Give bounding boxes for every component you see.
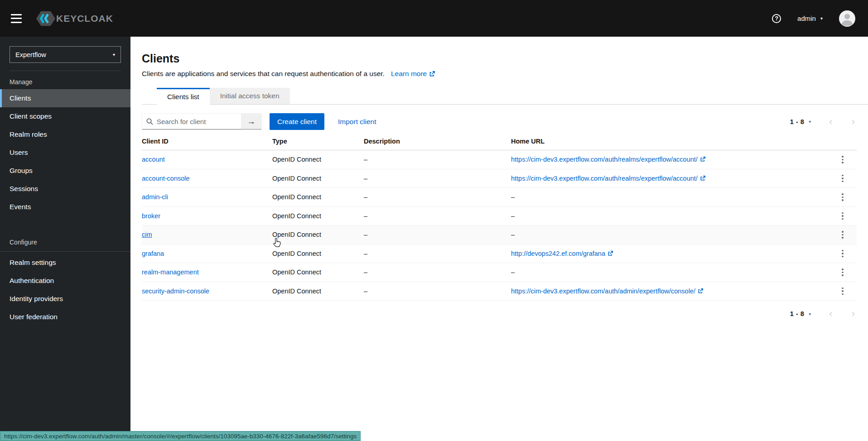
configure-section: Configure Realm settings Authentication … <box>0 231 130 326</box>
search-icon <box>146 118 153 125</box>
tab-initial-access-token[interactable]: Initial access token <box>210 88 290 105</box>
toolbar: → Create client Import client 1 - 8 ▾ ‹ … <box>130 105 868 130</box>
user-dropdown[interactable]: admin ▾ <box>797 14 823 22</box>
client-link[interactable]: realm-management <box>142 268 199 276</box>
next-page-button[interactable]: › <box>850 117 857 127</box>
person-icon <box>839 10 855 27</box>
username: admin <box>797 14 816 22</box>
kebab-menu-icon[interactable] <box>834 230 851 240</box>
kebab-menu-icon[interactable] <box>834 268 851 277</box>
help-icon[interactable]: ? <box>772 14 781 23</box>
kebab-menu-icon[interactable] <box>834 287 851 296</box>
client-type: OpenID Connect <box>272 206 364 225</box>
col-header-actions <box>834 133 857 150</box>
home-url-text: https://cim-dev3.expertflow.com/auth/rea… <box>511 156 698 163</box>
sidebar-item-users[interactable]: Users <box>0 144 130 162</box>
tab-spacer <box>142 88 157 105</box>
tab-bar: Clients list Initial access token <box>130 88 868 105</box>
client-description: – <box>364 244 511 263</box>
table-row: admin-cli OpenID Connect – – <box>142 188 857 207</box>
pagination-range[interactable]: 1 - 8 <box>790 118 805 125</box>
previous-page-button[interactable]: ‹ <box>827 117 834 127</box>
sidebar-item-events[interactable]: Events <box>0 198 130 216</box>
masthead: KEYCLOAK ? admin ▾ <box>0 0 868 37</box>
keycloak-hexagon-icon <box>36 11 55 26</box>
clients-table: Client ID Type Description Home URL acco… <box>142 133 857 301</box>
client-description: – <box>364 188 511 207</box>
client-link[interactable]: grafana <box>142 250 164 257</box>
col-header-type: Type <box>272 133 364 150</box>
next-page-button[interactable]: › <box>850 309 857 319</box>
search-input[interactable] <box>142 114 241 129</box>
pagination-bottom: 1 - 8 ▾ ‹ › <box>790 309 857 319</box>
page-description: Clients are applications and services th… <box>142 70 385 78</box>
page-title: Clients <box>142 52 857 65</box>
client-link-cim[interactable]: cim <box>142 231 152 238</box>
table-row: account-console OpenID Connect – https:/… <box>142 169 857 188</box>
search-group: → <box>142 113 262 130</box>
external-link-icon <box>700 176 705 181</box>
chevron-down-icon[interactable]: ▾ <box>809 119 811 124</box>
client-link[interactable]: security-admin-console <box>142 288 209 295</box>
client-description: – <box>364 150 511 169</box>
sidebar-item-client-scopes[interactable]: Client scopes <box>0 107 130 125</box>
configure-section-label: Configure <box>0 231 130 252</box>
table-row-hovered: cim OpenID Connect – – <box>142 225 857 244</box>
home-url-text: http://devops242.ef.com/grafana <box>511 250 605 257</box>
nav-toggle-hamburger-icon[interactable] <box>11 14 22 23</box>
external-link-icon <box>429 71 435 77</box>
tab-clients-list[interactable]: Clients list <box>157 88 210 105</box>
col-header-home-url: Home URL <box>511 133 834 150</box>
table-row: account OpenID Connect – https://cim-dev… <box>142 150 857 169</box>
home-url-link[interactable]: http://devops242.ef.com/grafana <box>511 250 613 257</box>
kebab-menu-icon[interactable] <box>834 211 851 221</box>
client-description: – <box>364 263 511 282</box>
chevron-down-icon[interactable]: ▾ <box>809 312 811 316</box>
previous-page-button[interactable]: ‹ <box>827 309 834 319</box>
client-type: OpenID Connect <box>272 150 364 169</box>
home-url-empty: – <box>511 188 834 207</box>
pagination-range[interactable]: 1 - 8 <box>790 310 805 317</box>
kebab-menu-icon[interactable] <box>834 174 851 183</box>
client-link[interactable]: broker <box>142 212 160 220</box>
sidebar-item-clients[interactable]: Clients <box>0 89 130 107</box>
sidebar-item-groups[interactable]: Groups <box>0 162 130 180</box>
home-url-link[interactable]: https://cim-dev3.expertflow.com/auth/rea… <box>511 156 705 163</box>
sidebar-item-realm-settings[interactable]: Realm settings <box>0 254 130 272</box>
create-client-button[interactable]: Create client <box>270 113 324 130</box>
home-url-link[interactable]: https://cim-dev3.expertflow.com/auth/rea… <box>511 175 705 182</box>
sidebar: Expertflow ▾ Manage Clients Client scope… <box>0 37 130 441</box>
client-description: – <box>364 282 511 301</box>
home-url-text: https://cim-dev3.expertflow.com/auth/rea… <box>511 175 698 182</box>
realm-selector[interactable]: Expertflow ▾ <box>10 46 121 63</box>
search-submit-button[interactable]: → <box>241 114 261 129</box>
avatar[interactable] <box>839 10 855 27</box>
kebab-menu-icon[interactable] <box>834 249 851 259</box>
browser-status-url: https://cim-dev3.expertflow.com/auth/adm… <box>0 431 361 441</box>
pagination-top: 1 - 8 ▾ ‹ › <box>790 117 857 127</box>
learn-more-label: Learn more <box>391 70 427 78</box>
kebab-menu-icon[interactable] <box>834 155 851 164</box>
home-url-empty: – <box>511 225 834 244</box>
external-link-icon <box>698 288 703 294</box>
client-link[interactable]: admin-cli <box>142 193 168 201</box>
home-url-link[interactable]: https://cim-dev3.expertflow.com/auth/adm… <box>511 288 703 295</box>
sidebar-item-authentication[interactable]: Authentication <box>0 272 130 290</box>
kebab-menu-icon[interactable] <box>834 192 851 202</box>
sidebar-item-user-federation[interactable]: User federation <box>0 308 130 326</box>
table-row: realm-management OpenID Connect – – <box>142 263 857 282</box>
client-link[interactable]: account <box>142 156 165 163</box>
manage-section: Manage Clients Client scopes Realm roles… <box>0 71 130 216</box>
client-link[interactable]: account-console <box>142 175 190 182</box>
import-client-link[interactable]: Import client <box>338 118 376 126</box>
client-type: OpenID Connect <box>272 188 364 207</box>
home-url-empty: – <box>511 263 834 282</box>
learn-more-link[interactable]: Learn more <box>391 70 435 78</box>
sidebar-item-sessions[interactable]: Sessions <box>0 180 130 198</box>
sidebar-item-realm-roles[interactable]: Realm roles <box>0 125 130 144</box>
col-header-description: Description <box>364 133 511 150</box>
client-type: OpenID Connect <box>272 263 364 282</box>
sidebar-item-identity-providers[interactable]: Identity providers <box>0 290 130 308</box>
client-type: OpenID Connect <box>272 244 364 263</box>
table-row: broker OpenID Connect – – <box>142 206 857 225</box>
